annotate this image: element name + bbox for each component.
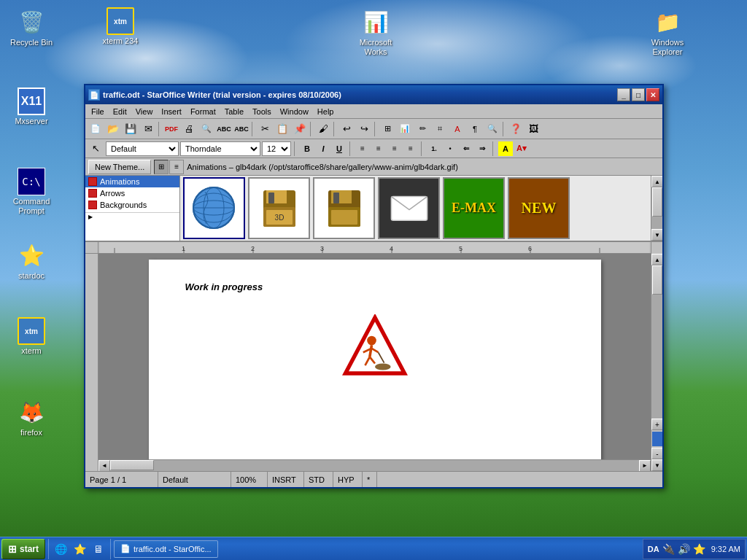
desktop-icon-stardoc[interactable]: ⭐ stardoc — [6, 237, 57, 284]
gallery-thumb-email[interactable] — [378, 177, 440, 239]
menu-edit[interactable]: Edit — [109, 106, 131, 117]
tray-sound-icon[interactable]: 🔊 — [678, 543, 690, 555]
menu-insert[interactable]: Insert — [157, 106, 186, 117]
desktop-icon-cmdprompt[interactable]: C:\ Command Prompt — [6, 164, 57, 219]
gallery-sidebar-animations[interactable]: Animations — [85, 176, 179, 187]
zoom-in-btn[interactable]: + — [651, 419, 662, 430]
start-button[interactable]: ⊞ start — [1, 539, 45, 559]
tray-star-icon[interactable]: ⭐ — [693, 543, 705, 555]
size-select[interactable]: 12 — [262, 141, 291, 156]
desktop-icon-firefox[interactable]: 🦊 firefox — [6, 394, 57, 441]
email-btn[interactable]: ✉ — [140, 121, 156, 137]
gallery-thumb-globe[interactable] — [183, 177, 245, 239]
cut-btn[interactable]: ✂ — [257, 121, 273, 137]
numbering-btn[interactable]: 1. — [427, 141, 441, 156]
v-scroll-track[interactable] — [651, 265, 662, 419]
gallery-list-view-btn[interactable]: ≡ — [169, 160, 184, 174]
new-btn[interactable]: 📄 — [88, 121, 104, 137]
copy-btn[interactable]: 📋 — [274, 121, 290, 137]
close-button[interactable]: ✕ — [646, 88, 659, 101]
zoom-out-btn[interactable]: - — [651, 448, 662, 459]
italic-btn[interactable]: I — [316, 141, 330, 156]
print-btn[interactable]: 🖨 — [181, 121, 197, 137]
gallery-btn[interactable]: 🖼 — [525, 121, 541, 137]
align-left-btn[interactable]: ≡ — [355, 141, 370, 156]
bold-btn[interactable]: B — [300, 141, 314, 156]
gallery-scroll-track[interactable] — [651, 187, 662, 229]
cursor-btn[interactable]: ↖ — [88, 141, 104, 157]
gallery-thumb-floppy2[interactable] — [313, 177, 375, 239]
new-theme-button[interactable]: New Theme... — [88, 160, 151, 174]
v-scroll-down[interactable]: ▼ — [651, 459, 662, 471]
maximize-button[interactable]: □ — [632, 88, 645, 101]
taskbar-window-btn[interactable]: 📄 traffic.odt - StarOffic... — [114, 540, 218, 558]
recycle-bin-icon: 🗑️ — [17, 7, 46, 36]
chart-btn[interactable]: 📊 — [397, 121, 413, 137]
save-btn[interactable]: 💾 — [123, 121, 139, 137]
menu-format[interactable]: Format — [186, 106, 220, 117]
help-btn[interactable]: ❓ — [508, 121, 524, 137]
pdf-btn[interactable]: PDF — [163, 121, 179, 137]
menu-table[interactable]: Table — [220, 106, 248, 117]
h-scroll-right[interactable]: ► — [639, 460, 651, 472]
align-right-btn[interactable]: ≡ — [387, 141, 402, 156]
minimize-button[interactable]: _ — [617, 88, 630, 101]
autocorrect-btn[interactable]: ABC — [233, 121, 249, 137]
align-justify-btn[interactable]: ≡ — [403, 141, 418, 156]
menu-tools[interactable]: Tools — [248, 106, 276, 117]
quicklaunch-1-btn[interactable]: ⭐ — [71, 541, 88, 557]
preview-btn[interactable]: 🔍 — [198, 121, 214, 137]
undo-btn[interactable]: ↩ — [338, 121, 355, 137]
h-scroll-left[interactable]: ◄ — [98, 460, 110, 472]
h-scroll-thumb[interactable] — [110, 460, 154, 470]
bullets-btn[interactable]: • — [443, 141, 457, 156]
gallery-thumb-new[interactable]: NEW — [508, 177, 570, 239]
menu-file[interactable]: File — [87, 106, 109, 117]
gallery-scroll-thumb[interactable] — [652, 187, 662, 217]
paste-btn[interactable]: 📌 — [292, 121, 308, 137]
v-scroll-up[interactable]: ▲ — [651, 254, 662, 265]
gallery-expand-btn[interactable]: ▶ — [85, 212, 179, 221]
paint-btn[interactable]: 🖌 — [315, 121, 331, 137]
tray-network-icon[interactable]: 🔌 — [662, 543, 675, 555]
style-select[interactable]: Default — [106, 141, 179, 156]
desktop-icon-recycle-bin[interactable]: 🗑️ Recycle Bin — [6, 4, 57, 51]
spellcheck-btn[interactable]: ABC — [216, 121, 232, 137]
fontcolor-btn[interactable]: A — [449, 121, 465, 137]
menu-window[interactable]: Window — [276, 106, 313, 117]
nonprint-btn[interactable]: ¶ — [467, 121, 483, 137]
page-area[interactable]: Work in progress — [98, 254, 651, 471]
gallery-sidebar-backgrounds[interactable]: Backgrounds — [85, 199, 179, 211]
gallery-thumb-emax[interactable]: E-MAX — [443, 177, 505, 239]
status-insert[interactable]: INSRT — [268, 472, 304, 487]
align-center-btn[interactable]: ≡ — [371, 141, 386, 156]
redo-btn[interactable]: ↪ — [356, 121, 372, 137]
underline-btn[interactable]: U — [332, 141, 347, 156]
desktop-icon-xterm234[interactable]: xtm xterm 234 — [95, 4, 146, 50]
gallery-sidebar-arrows[interactable]: Arrows — [85, 187, 179, 199]
menu-view[interactable]: View — [131, 106, 158, 117]
draw-btn[interactable]: ✏ — [414, 121, 430, 137]
quicklaunch-2-btn[interactable]: 🖥 — [90, 541, 107, 557]
menu-help[interactable]: Help — [313, 106, 338, 117]
gallery-grid-view-btn[interactable]: ⊞ — [154, 160, 169, 174]
table-btn[interactable]: ⊞ — [379, 121, 395, 137]
find-btn[interactable]: 🔍 — [484, 121, 500, 137]
v-scroll-thumb[interactable] — [652, 265, 662, 295]
desktop-icon-mxserver[interactable]: X11 Mxserver — [6, 84, 57, 130]
open-btn[interactable]: 📂 — [105, 121, 121, 137]
desktop-icon-winexplorer[interactable]: 📁 Windows Explorer — [642, 4, 693, 61]
gallery-scroll-down[interactable]: ▼ — [651, 229, 662, 241]
fontcolor2-btn[interactable]: A▾ — [514, 141, 529, 156]
desktop-icon-msworks[interactable]: 📊 Microsoft Works — [350, 4, 401, 61]
highlight-btn[interactable]: A — [498, 141, 513, 156]
quicklaunch-ie-btn[interactable]: 🌐 — [53, 541, 69, 557]
outdent-btn[interactable]: ⇐ — [459, 141, 473, 156]
gallery-scroll-up[interactable]: ▲ — [651, 176, 662, 187]
field-btn[interactable]: ⌗ — [432, 121, 448, 137]
desktop-icon-xterm[interactable]: xtm xterm — [6, 314, 57, 359]
h-scroll-track[interactable] — [110, 460, 639, 471]
font-select[interactable]: Thorndale — [180, 141, 260, 156]
indent-btn[interactable]: ⇒ — [475, 141, 489, 156]
gallery-thumb-floppy1[interactable]: 3D — [248, 177, 310, 239]
